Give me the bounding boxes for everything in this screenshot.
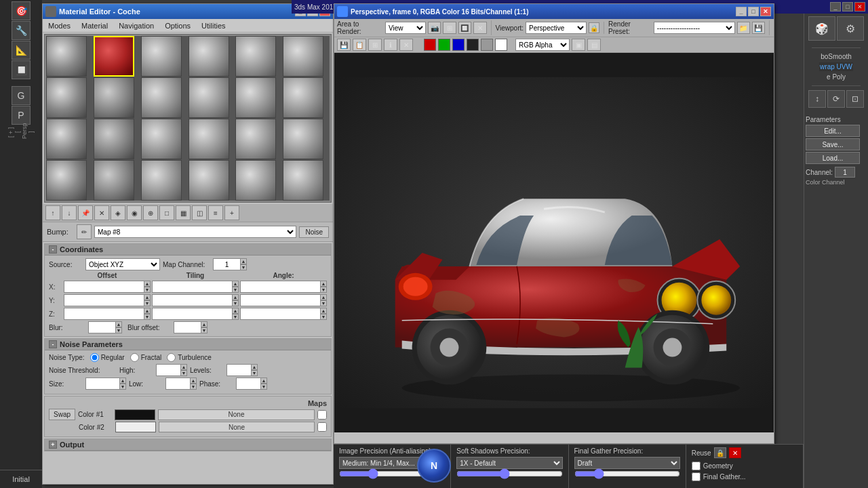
render-icon-grid[interactable]: ⊞: [368, 39, 382, 51]
high-down[interactable]: ▼: [180, 370, 187, 376]
mat-sphere-1[interactable]: [94, 36, 134, 77]
edit-btn[interactable]: Edit...: [806, 125, 860, 137]
size-down[interactable]: ▼: [119, 384, 126, 390]
right-btn-2[interactable]: ⚙: [837, 16, 864, 41]
radio-turbulence-input[interactable]: [167, 353, 176, 362]
low-value-input[interactable]: 0,0: [165, 378, 190, 390]
render-preset-select[interactable]: -------------------: [654, 22, 735, 34]
high-value-input[interactable]: 1,0: [156, 364, 180, 376]
tool-material-id[interactable]: ▦: [176, 205, 191, 220]
render-maximize[interactable]: □: [748, 7, 759, 16]
blur-offset-down[interactable]: ▼: [201, 327, 208, 333]
levels-up[interactable]: ▲: [251, 364, 258, 370]
tool-reset[interactable]: □: [159, 205, 174, 220]
menu-material[interactable]: Material: [79, 21, 111, 30]
levels-down[interactable]: ▼: [251, 370, 258, 376]
render-icon-save[interactable]: 💾: [337, 39, 351, 51]
tool-btn-3[interactable]: 📐: [12, 41, 31, 60]
image-precision-select[interactable]: Medium: Min 1/4, Max...: [339, 457, 445, 469]
source-select[interactable]: Object XYZ: [85, 258, 160, 270]
size-value-input[interactable]: 63,5: [85, 378, 119, 390]
x-tiling-input[interactable]: 1,0: [152, 281, 232, 293]
mat-sphere-18[interactable]: [46, 160, 87, 201]
image-precision-slider[interactable]: [339, 471, 445, 476]
mat-sphere-15[interactable]: [189, 119, 229, 159]
radio-fractal[interactable]: Fractal: [130, 353, 162, 362]
y-tiling-down[interactable]: ▼: [232, 300, 239, 306]
tool-btn-polygon[interactable]: P: [12, 106, 31, 125]
tool-btn-5[interactable]: G: [12, 86, 31, 105]
x-angle-down[interactable]: ▼: [320, 287, 327, 293]
tool-copy[interactable]: ◈: [111, 205, 125, 220]
mat-sphere-3[interactable]: [189, 36, 229, 77]
mat-sphere-4[interactable]: [235, 36, 276, 77]
map-channel-down[interactable]: ▼: [240, 264, 247, 270]
final-gather-checkbox[interactable]: [692, 472, 701, 481]
phase-up[interactable]: ▲: [260, 378, 267, 384]
load-btn[interactable]: Load...: [806, 152, 860, 164]
blur-down[interactable]: ▼: [115, 327, 122, 333]
render-icon-info[interactable]: ℹ: [384, 39, 397, 51]
z-offset-input[interactable]: 0,0: [64, 308, 144, 320]
right-tool-1[interactable]: ↕: [808, 90, 826, 108]
render-preset-btn-1[interactable]: 📁: [737, 22, 750, 34]
menu-navigation[interactable]: Navigation: [116, 21, 157, 30]
max-close[interactable]: ✕: [854, 2, 865, 12]
tool-put-material[interactable]: ↓: [62, 205, 77, 220]
color2-checkbox[interactable]: [317, 422, 327, 432]
radio-turbulence[interactable]: Turbulence: [167, 353, 212, 362]
area-select[interactable]: View: [385, 22, 426, 34]
final-gather-select[interactable]: Draft: [574, 457, 680, 469]
y-offset-input[interactable]: 0,0: [64, 294, 144, 306]
blur-offset-up[interactable]: ▲: [201, 321, 208, 327]
y-angle-down[interactable]: ▼: [320, 300, 327, 306]
tool-btn-2[interactable]: 🔧: [12, 21, 31, 40]
channel-value-input[interactable]: [835, 167, 855, 178]
radio-regular-input[interactable]: [90, 353, 99, 362]
area-btn-3[interactable]: 🔲: [458, 22, 471, 34]
color1-map-btn[interactable]: None: [158, 409, 315, 420]
mat-sphere-17[interactable]: [283, 119, 323, 159]
area-btn-4[interactable]: ✕: [473, 22, 486, 34]
phase-down[interactable]: ▼: [260, 384, 267, 390]
z-offset-down[interactable]: ▼: [144, 314, 151, 320]
area-btn-2[interactable]: ⊞: [443, 22, 456, 34]
tool-make-unique[interactable]: ⊕: [143, 205, 158, 220]
map-channel-up[interactable]: ▲: [240, 258, 247, 264]
x-offset-input[interactable]: 0,0: [64, 281, 144, 293]
x-offset-down[interactable]: ▼: [144, 287, 151, 293]
channel-mode-select[interactable]: RGB Alpha: [515, 39, 570, 51]
soft-shadows-select[interactable]: 1X - Default: [456, 457, 562, 469]
tool-options[interactable]: ≡: [208, 205, 223, 220]
render-minimize[interactable]: _: [736, 7, 747, 16]
y-tiling-up[interactable]: ▲: [232, 294, 239, 300]
mat-sphere-8[interactable]: [141, 77, 182, 118]
map-channel-value[interactable]: [213, 258, 240, 270]
swap-button[interactable]: Swap: [49, 409, 75, 420]
viewport-select[interactable]: Perspective: [526, 22, 587, 34]
mat-sphere-16[interactable]: [235, 119, 276, 159]
final-gather-slider[interactable]: [574, 471, 680, 476]
channel-dark-btn[interactable]: [467, 39, 479, 51]
tool-show[interactable]: ◫: [192, 205, 207, 220]
area-btn-1[interactable]: 📷: [428, 22, 441, 34]
mat-sphere-11[interactable]: [283, 77, 323, 118]
geometry-checkbox[interactable]: [692, 462, 701, 470]
mat-sphere-6[interactable]: [46, 77, 87, 118]
mat-sphere-22[interactable]: [235, 160, 276, 201]
bump-paint-icon[interactable]: ✏: [77, 224, 92, 239]
levels-value-input[interactable]: 3,0: [226, 364, 251, 376]
noise-button[interactable]: Noise: [299, 226, 329, 238]
y-angle-up[interactable]: ▲: [320, 294, 327, 300]
mat-sphere-19[interactable]: [94, 160, 134, 201]
color2-swatch[interactable]: [115, 422, 156, 432]
y-angle-input[interactable]: 0,0: [240, 294, 320, 306]
render-preset-btn-2[interactable]: 💾: [752, 22, 765, 34]
z-tiling-down[interactable]: ▼: [232, 314, 239, 320]
z-offset-up[interactable]: ▲: [144, 308, 151, 314]
y-offset-up[interactable]: ▲: [144, 294, 151, 300]
soft-shadows-slider[interactable]: [456, 471, 562, 476]
channel-gray-btn[interactable]: [481, 39, 493, 51]
tool-btn-4[interactable]: 🔲: [12, 60, 31, 79]
right-btn-1[interactable]: 🎲: [808, 16, 835, 41]
